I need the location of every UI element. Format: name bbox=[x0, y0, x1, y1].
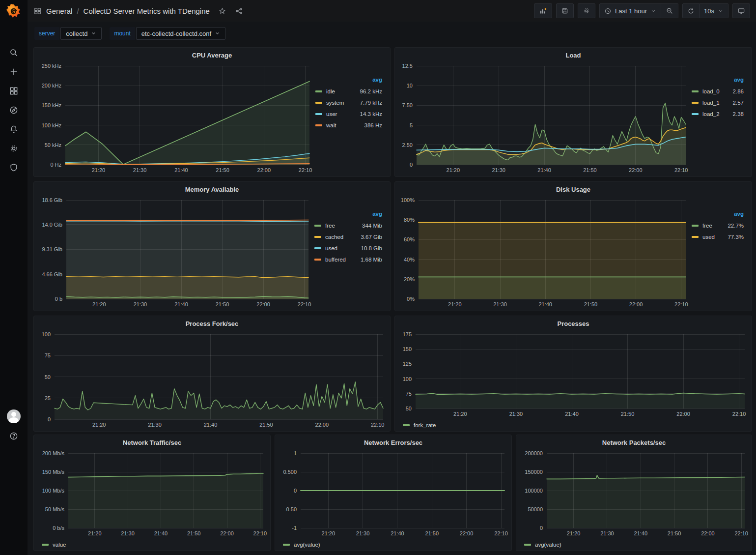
legend-item-used[interactable]: used10.8 Gib bbox=[314, 242, 383, 254]
legend-series-value: 22.7% bbox=[728, 223, 745, 229]
server-admin-shield-icon[interactable] bbox=[5, 160, 23, 175]
legend-series-value: 14.3 kHz bbox=[360, 111, 383, 117]
panel-network-traffic: Network Traffic/sec 0 b/s50 Mb/s100 Mb/s… bbox=[33, 435, 271, 551]
svg-text:21:40: 21:40 bbox=[204, 422, 218, 428]
processes-chart[interactable]: 507510012515017521:2021:3021:4021:5022:0… bbox=[398, 329, 749, 419]
process-fork-chart[interactable]: 025507510021:2021:3021:4021:5022:0022:10 bbox=[37, 329, 387, 430]
panel-title: Network Packets/sec bbox=[602, 439, 666, 446]
variable-server-value-dropdown[interactable]: collectd bbox=[60, 27, 102, 40]
svg-text:0: 0 bbox=[540, 525, 543, 531]
variable-mount-value: etc-collectd-collectd.conf bbox=[141, 30, 211, 37]
user-avatar[interactable] bbox=[5, 409, 23, 424]
legend-series-name: fork_rate bbox=[414, 422, 436, 428]
panel-header[interactable]: Network Traffic/sec bbox=[37, 437, 267, 448]
legend-item-system[interactable]: system7.79 kHz bbox=[315, 97, 383, 108]
legend-series-name: free bbox=[325, 223, 335, 229]
panel-header[interactable]: Disk Usage bbox=[398, 183, 749, 195]
legend-item-buffered[interactable]: buffered1.68 Mib bbox=[314, 254, 383, 265]
panel-header[interactable]: Network Packets/sec bbox=[519, 437, 749, 448]
legend-item-avg(value)[interactable]: avg(value) bbox=[524, 540, 561, 549]
legend-item-free[interactable]: free22.7% bbox=[692, 220, 745, 231]
processes-legend: fork_rate bbox=[398, 419, 749, 430]
add-panel-button[interactable] bbox=[534, 3, 552, 18]
chart-svg-disk-usage: 0%20%40%60%80%100%21:2021:3021:4021:5022… bbox=[398, 195, 690, 310]
chevron-down-icon bbox=[91, 30, 96, 37]
panel-cpu-average: CPU Average 0 Hz50 kHz100 kHz150 kHz200 … bbox=[33, 47, 391, 177]
create-plus-icon[interactable] bbox=[5, 64, 23, 80]
help-icon[interactable] bbox=[5, 428, 23, 444]
legend-item-load_2[interactable]: load_22.38 bbox=[692, 108, 745, 119]
zoom-out-time-button[interactable] bbox=[661, 3, 678, 18]
svg-text:250 kHz: 250 kHz bbox=[42, 63, 61, 69]
panel-title: Processes bbox=[557, 320, 589, 327]
cycle-view-mode-button[interactable] bbox=[732, 3, 750, 18]
svg-text:10: 10 bbox=[407, 83, 413, 88]
network-errors-chart[interactable]: -1-0.5000.500121:2021:3021:4021:5022:002… bbox=[278, 448, 508, 539]
dashboards-icon[interactable] bbox=[5, 83, 23, 99]
load-legend: avgload_02.86load_12.57load_22.38 bbox=[690, 61, 749, 175]
legend-item-used[interactable]: used77.3% bbox=[692, 231, 745, 242]
dashboard-grid-icon[interactable] bbox=[33, 7, 42, 15]
panel-header[interactable]: Network Errors/sec bbox=[278, 437, 508, 448]
svg-text:150000: 150000 bbox=[525, 469, 543, 475]
dashboard-title[interactable]: CollectD Server Metrics with TDengine bbox=[84, 7, 210, 15]
disk-usage-chart[interactable]: 0%20%40%60%80%100%21:2021:3021:4021:5022… bbox=[398, 195, 690, 310]
svg-text:50 kHz: 50 kHz bbox=[45, 142, 61, 148]
legend-item-idle[interactable]: idle96.2 kHz bbox=[315, 86, 383, 97]
series-color-swatch bbox=[315, 124, 322, 126]
panel-header[interactable]: Process Fork/sec bbox=[37, 318, 387, 329]
svg-text:2.50: 2.50 bbox=[402, 142, 413, 148]
legend-item-wait[interactable]: wait386 Hz bbox=[315, 119, 383, 131]
breadcrumb-folder[interactable]: General bbox=[46, 7, 72, 15]
svg-text:100000: 100000 bbox=[525, 488, 543, 494]
panel-header[interactable]: Memory Available bbox=[37, 183, 387, 195]
legend-series-value: 1.68 Mib bbox=[361, 257, 383, 263]
cpu-average-chart[interactable]: 0 Hz50 kHz100 kHz150 kHz200 kHz250 kHz21… bbox=[37, 61, 313, 175]
legend-item-user[interactable]: user14.3 kHz bbox=[315, 108, 383, 119]
legend-item-avg(value)[interactable]: avg(value) bbox=[283, 540, 320, 549]
legend-series-name: used bbox=[702, 234, 715, 240]
panel-header[interactable]: Load bbox=[398, 49, 749, 61]
panel-header[interactable]: Processes bbox=[398, 318, 749, 329]
panel-memory-available: Memory Available 0 b4.66 Gib9.31 Gib14.0… bbox=[33, 181, 391, 311]
memory-available-chart[interactable]: 0 b4.66 Gib9.31 Gib14.0 Gib18.6 Gib21:20… bbox=[37, 195, 312, 310]
legend-stat-header: avg bbox=[692, 210, 745, 220]
panel-header[interactable]: CPU Average bbox=[37, 49, 387, 61]
star-icon[interactable] bbox=[218, 7, 226, 15]
legend-stat-header: avg bbox=[314, 210, 383, 220]
variable-mount-value-dropdown[interactable]: etc-collectd-collectd.conf bbox=[136, 27, 225, 40]
panel-title: CPU Average bbox=[192, 52, 232, 59]
legend-series-value: 77.3% bbox=[728, 234, 745, 240]
load-chart[interactable]: 02.5057.501012.521:2021:3021:4021:5022:0… bbox=[398, 61, 690, 175]
legend-item-fork_rate[interactable]: fork_rate bbox=[403, 421, 436, 430]
time-picker-group: Last 1 hour bbox=[599, 3, 678, 18]
svg-text:100: 100 bbox=[403, 376, 412, 382]
legend-item-free[interactable]: free344 Mib bbox=[314, 220, 383, 231]
refresh-group: 10s bbox=[682, 3, 728, 18]
legend-item-cached[interactable]: cached3.67 Gib bbox=[314, 231, 383, 242]
svg-text:22:00: 22:00 bbox=[315, 422, 329, 428]
configuration-gear-icon[interactable] bbox=[5, 141, 23, 156]
search-icon[interactable] bbox=[5, 45, 23, 60]
legend-item-value[interactable]: value bbox=[42, 540, 66, 549]
refresh-button[interactable] bbox=[682, 3, 700, 18]
series-color-swatch bbox=[692, 102, 699, 104]
save-dashboard-button[interactable] bbox=[556, 3, 574, 18]
dashboard-settings-button[interactable] bbox=[578, 3, 595, 18]
refresh-interval-picker[interactable]: 10s bbox=[700, 3, 728, 18]
share-icon[interactable] bbox=[235, 7, 243, 15]
network-packets-chart[interactable]: 05000010000015000020000021:2021:3021:402… bbox=[519, 448, 749, 539]
network-traffic-chart[interactable]: 0 b/s50 Mb/s100 Mb/s150 Mb/s200 Mb/s21:2… bbox=[37, 448, 267, 539]
chart-svg-process-fork-sec: 025507510021:2021:3021:4021:5022:0022:10 bbox=[37, 329, 387, 430]
alerting-bell-icon[interactable] bbox=[5, 121, 23, 137]
svg-text:100 kHz: 100 kHz bbox=[42, 122, 61, 128]
panel-title: Disk Usage bbox=[556, 186, 590, 193]
svg-text:50000: 50000 bbox=[528, 506, 543, 512]
legend-item-load_0[interactable]: load_02.86 bbox=[692, 86, 745, 97]
time-range-picker[interactable]: Last 1 hour bbox=[599, 3, 661, 18]
explore-compass-icon[interactable] bbox=[5, 102, 23, 118]
svg-text:21:30: 21:30 bbox=[356, 530, 370, 536]
legend-series-value: 10.8 Gib bbox=[361, 245, 383, 251]
legend-item-load_1[interactable]: load_12.57 bbox=[692, 97, 745, 108]
grafana-logo-icon[interactable] bbox=[5, 3, 22, 20]
